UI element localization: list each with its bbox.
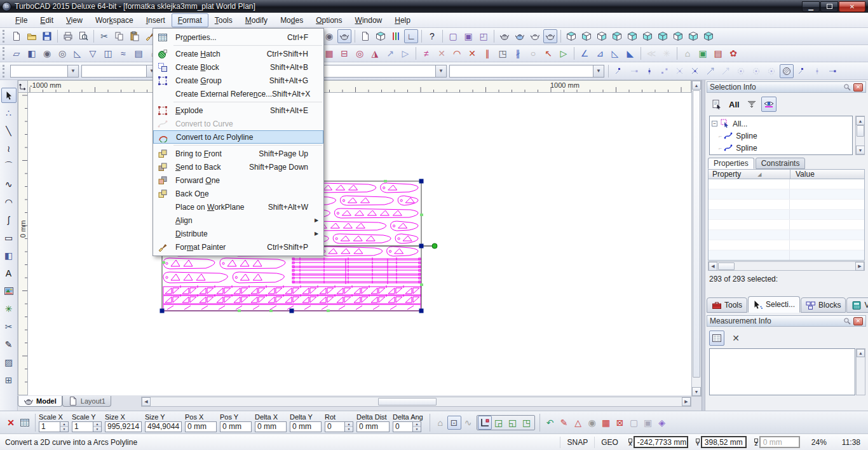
spinner[interactable]: ▲▼ — [413, 421, 421, 432]
view-iso-ne-icon[interactable] — [564, 29, 578, 43]
filter-icon[interactable] — [744, 97, 759, 112]
view-top-icon[interactable] — [595, 29, 609, 43]
menu-item-create-block[interactable]: Create BlockShift+Alt+B — [153, 60, 323, 74]
camera-icon[interactable]: ◉ — [322, 29, 336, 43]
snap-midpoint-icon[interactable] — [627, 64, 641, 78]
coordinate-system-icon[interactable]: ⊡ — [447, 416, 461, 430]
dome-icon[interactable]: ⌂ — [681, 46, 695, 60]
cone-icon[interactable]: ◺ — [71, 46, 85, 60]
snap-point3-icon[interactable] — [825, 64, 839, 78]
snap-toggle[interactable]: SNAP — [560, 437, 594, 448]
menu-item-distribute[interactable]: Distribute▶ — [153, 227, 323, 240]
line-tool[interactable]: ╲ — [1, 123, 17, 139]
hatch-tool[interactable]: ▨ — [1, 355, 17, 370]
input-pos-x[interactable]: 0 mm — [185, 421, 217, 432]
paste-icon[interactable] — [128, 29, 142, 43]
measurement-delete-icon[interactable]: ✕ — [728, 331, 743, 346]
arc-tool[interactable]: ⌒ — [1, 159, 17, 174]
measurement-content[interactable] — [709, 348, 855, 395]
render-quality-icon[interactable] — [543, 29, 557, 43]
polyline-tool[interactable]: ≀ — [1, 141, 17, 156]
render-wire-icon[interactable] — [498, 29, 512, 43]
color-combo[interactable]: ▼ — [449, 65, 604, 78]
menu-workspace[interactable]: Workspace — [89, 13, 140, 27]
menu-item-convert-to-arc-polyline[interactable]: Convert to Arc Polyline — [153, 130, 323, 144]
axis-icon[interactable]: ∟ — [404, 29, 418, 43]
render-hidden-icon[interactable] — [513, 29, 527, 43]
trim-icon[interactable]: ≠ — [419, 46, 433, 60]
deselect-icon[interactable]: ✕ — [4, 416, 18, 430]
torus-icon[interactable]: ◉ — [40, 46, 54, 60]
menu-item-bring-to-front[interactable]: Bring to FrontShift+Page Up — [153, 147, 323, 160]
curve-tool[interactable]: ∿ — [1, 177, 17, 192]
snap-point1-icon[interactable] — [795, 64, 809, 78]
menu-item-convert-to-curve[interactable]: Convert to Curve — [153, 117, 323, 130]
fillet-icon[interactable]: ◠ — [450, 46, 464, 60]
drawing-canvas[interactable] — [28, 93, 691, 395]
menu-help[interactable]: Help — [388, 13, 417, 27]
sheet-tab-layout1[interactable]: Layout1 — [62, 396, 111, 407]
input-delta-dist[interactable]: 0 mm — [356, 421, 390, 432]
menu-item-create-external-reference-[interactable]: Create External Reference...Shift+Alt+X — [153, 87, 323, 100]
curve-edit-icon[interactable]: ∿ — [461, 416, 475, 430]
parallel-icon[interactable]: ∦ — [511, 46, 525, 60]
property-row[interactable] — [709, 210, 864, 220]
value-column-header[interactable]: Value — [790, 170, 815, 179]
grid-scrollbar[interactable]: ◀▶ — [708, 261, 865, 271]
menu-item-create-hatch[interactable]: Create HatchCtrl+Shift+H — [153, 47, 323, 60]
property-row[interactable] — [709, 200, 864, 210]
helix-icon[interactable]: ≈ — [116, 46, 130, 60]
render-draft-icon[interactable] — [528, 29, 542, 43]
close-box-icon[interactable]: ⊠ — [613, 416, 627, 430]
pen-style-combo[interactable]: ▼ — [10, 65, 79, 78]
flower-icon[interactable]: ✿ — [726, 46, 740, 60]
solid-tool[interactable]: ◧ — [1, 248, 17, 263]
layer-combo[interactable]: ▼ — [316, 65, 447, 78]
vertical-scrollbar[interactable]: ▲▼ — [691, 80, 702, 397]
workplane-cp-icon[interactable]: ◱ — [506, 416, 520, 430]
ghost-box1-icon[interactable]: ▢ — [627, 416, 641, 430]
person-icon[interactable]: ◉ — [585, 416, 599, 430]
tree-item-all[interactable]: −All... — [710, 118, 852, 130]
image-tool[interactable] — [1, 283, 17, 299]
horizontal-scrollbar[interactable]: ◀▶ — [141, 397, 691, 407]
chamfer-pick-icon[interactable]: ◺ — [608, 46, 622, 60]
property-column-header[interactable]: Property — [712, 170, 741, 179]
snap-circle3-icon[interactable] — [764, 64, 778, 78]
menu-item-explode[interactable]: ExplodeShift+Alt+E — [153, 104, 323, 117]
save-icon[interactable] — [40, 29, 54, 43]
selection-tree[interactable]: −All...⌐Spline⌐Spline — [709, 116, 853, 155]
sphere-icon[interactable]: ◧ — [25, 46, 39, 60]
array-linear-icon[interactable]: ⊟ — [337, 46, 351, 60]
print-preview-icon[interactable] — [76, 29, 90, 43]
tree-expand-icon[interactable]: − — [712, 121, 717, 126]
print-region-icon[interactable]: ▤ — [711, 46, 725, 60]
measurement-list-icon[interactable] — [709, 331, 724, 346]
fillet-curve-icon[interactable]: ∠ — [578, 46, 592, 60]
property-row[interactable] — [709, 220, 864, 230]
snap-star-icon[interactable]: ✳ — [660, 46, 674, 60]
palette-tab-blocks[interactable]: Blocks — [801, 297, 846, 313]
property-row[interactable] — [709, 250, 864, 261]
input-size-y[interactable]: 494,9044 — [145, 421, 182, 432]
menu-window[interactable]: Window — [349, 13, 389, 27]
menu-item-back-one[interactable]: Back One — [153, 187, 323, 200]
mark-icon[interactable]: ✎ — [557, 416, 571, 430]
menu-file[interactable]: File — [9, 13, 34, 27]
input-size-x[interactable]: 995,9214 — [105, 421, 142, 432]
edit-tool[interactable]: ✎ — [1, 337, 17, 352]
property-row[interactable] — [709, 240, 864, 250]
select-all-button[interactable]: All — [726, 99, 742, 111]
block-edit-icon[interactable]: ◰ — [477, 29, 491, 43]
chamfer-icon[interactable]: ⊿ — [593, 46, 607, 60]
view-left-icon[interactable] — [641, 29, 654, 43]
box-3d-icon[interactable]: ▱ — [10, 46, 24, 60]
palette-tab-varia[interactable]: Varia... — [846, 297, 868, 313]
group-make-icon[interactable]: ▣ — [461, 29, 475, 43]
tree-item-spline[interactable]: ⌐Spline — [710, 130, 852, 142]
ruler-corner-button[interactable] — [18, 80, 28, 93]
menu-modify[interactable]: Modify — [239, 13, 274, 27]
snap-center-icon[interactable] — [642, 64, 656, 78]
input-scale-y[interactable]: 1 — [72, 421, 93, 432]
context-help-icon[interactable]: ? — [425, 29, 439, 43]
